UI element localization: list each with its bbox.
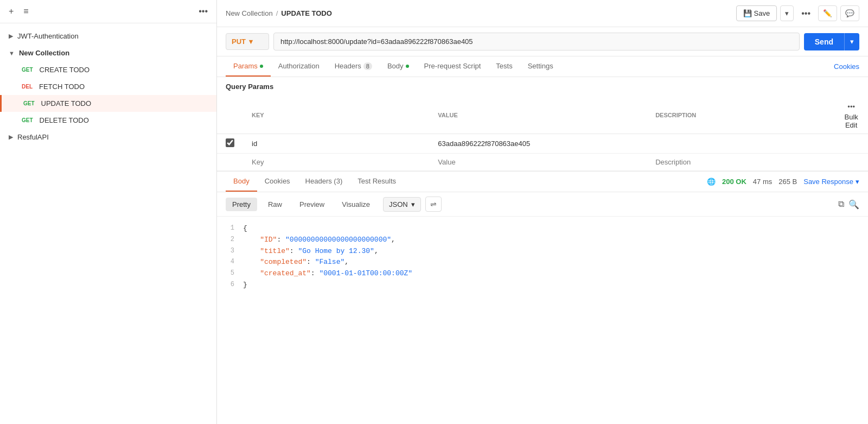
code-content: "title": "Go Home by 12.30",	[243, 246, 868, 257]
tab-params[interactable]: Params	[226, 56, 271, 77]
sidebar: + ≡ ••• ▶ JWT-Authentication ▼ New Colle…	[0, 0, 217, 424]
row-desc-cell[interactable]	[647, 134, 834, 154]
copy-button[interactable]: ⧉	[838, 199, 844, 210]
code-content: "ID": "00000000000000000000000",	[243, 235, 868, 246]
code-line-1: 1 {	[217, 223, 868, 235]
method-chevron-icon: ▾	[249, 37, 253, 46]
save-button[interactable]: 💾 Save	[736, 5, 777, 21]
filter-button[interactable]: ≡	[21, 4, 30, 18]
request-header: New Collection / UPDATE TODO 💾 Save ▾ ••…	[217, 0, 868, 27]
tab-authorization[interactable]: Authorization	[271, 56, 327, 77]
empty-desc-input[interactable]	[655, 158, 826, 166]
sidebar-item-new-collection[interactable]: ▼ New Collection	[0, 45, 216, 61]
sidebar-item-delete-todo[interactable]: GET DELETE TODO	[0, 112, 216, 129]
header-actions: 💾 Save ▾ ••• ✏️ 💬	[736, 5, 859, 21]
sidebar-item-label: ResfulAPI	[17, 133, 49, 141]
format-tab-raw[interactable]: Raw	[261, 198, 289, 211]
method-badge-get: GET	[20, 66, 35, 73]
tab-label: Settings	[528, 62, 553, 70]
save-icon: 💾	[743, 9, 752, 17]
body-dot	[406, 65, 409, 68]
save-response-button[interactable]: Save Response ▾	[803, 178, 859, 186]
format-bar: Pretty Raw Preview Visualize JSON ▾ ⇌ ⧉ …	[217, 192, 868, 217]
format-tab-label: Pretty	[232, 200, 251, 208]
method-select[interactable]: PUT ▾	[226, 33, 269, 50]
tab-pre-request[interactable]: Pre-request Script	[417, 56, 489, 77]
add-button[interactable]: +	[7, 4, 16, 18]
code-line-4: 4 "completed": "False",	[217, 257, 868, 268]
params-more-button[interactable]: •••	[843, 100, 859, 113]
row-action-cell	[834, 134, 868, 154]
response-tab-body[interactable]: Body	[226, 172, 257, 192]
chevron-right-icon: ▶	[9, 134, 13, 141]
save-chevron-button[interactable]: ▾	[780, 5, 794, 21]
row-value-cell[interactable]	[429, 134, 647, 154]
save-response-chevron-icon: ▾	[856, 178, 859, 186]
col-value-header: VALUE	[429, 96, 647, 134]
main-panel: New Collection / UPDATE TODO 💾 Save ▾ ••…	[217, 0, 868, 424]
code-line-6: 6 }	[217, 280, 868, 291]
desc-input[interactable]	[655, 140, 826, 148]
line-number: 1	[217, 223, 243, 235]
tab-settings[interactable]: Settings	[520, 56, 561, 77]
col-key-header: KEY	[243, 96, 429, 134]
sidebar-item-create-todo[interactable]: GET CREATE TODO	[0, 61, 216, 78]
sidebar-more-button[interactable]: •••	[196, 4, 210, 18]
empty-key-cell[interactable]	[243, 154, 429, 171]
tab-label: Pre-request Script	[424, 62, 481, 70]
send-group: Send ▾	[804, 33, 859, 50]
response-tab-cookies[interactable]: Cookies	[257, 172, 298, 192]
json-type-select[interactable]: JSON ▾	[383, 197, 421, 212]
empty-value-cell[interactable]	[429, 154, 647, 171]
tab-body[interactable]: Body	[380, 56, 417, 77]
code-content: }	[243, 280, 868, 291]
line-number: 3	[217, 246, 243, 257]
method-badge-del: DEL	[20, 83, 35, 90]
save-label: Save	[754, 9, 770, 17]
tab-tests[interactable]: Tests	[488, 56, 520, 77]
col-desc-header: DESCRIPTION	[647, 96, 834, 134]
empty-value-input[interactable]	[438, 158, 638, 166]
row-key-cell[interactable]	[243, 134, 429, 154]
response-tab-headers[interactable]: Headers (3)	[298, 172, 350, 192]
empty-checkbox-cell	[217, 154, 243, 171]
send-chevron-button[interactable]: ▾	[844, 33, 859, 50]
chevron-right-icon: ▶	[9, 33, 13, 40]
send-button[interactable]: Send	[804, 33, 844, 50]
response-time: 47 ms	[753, 178, 772, 186]
response-tab-test-results[interactable]: Test Results	[350, 172, 404, 192]
method-badge-get: GET	[21, 100, 37, 107]
line-number: 6	[217, 280, 243, 291]
format-tab-visualize[interactable]: Visualize	[335, 198, 376, 211]
edit-button[interactable]: ✏️	[818, 5, 837, 21]
params-table: KEY VALUE DESCRIPTION ••• Bulk Edit	[217, 96, 868, 171]
json-chevron-icon: ▾	[411, 200, 415, 208]
row-checkbox[interactable]	[226, 138, 234, 147]
bulk-edit-button[interactable]: Bulk Edit	[843, 113, 859, 129]
tab-label: Headers	[335, 62, 361, 70]
format-tab-pretty[interactable]: Pretty	[226, 198, 257, 211]
sidebar-item-jwt-auth[interactable]: ▶ JWT-Authentication	[0, 28, 216, 45]
tab-headers[interactable]: Headers 8	[327, 56, 380, 77]
comment-button[interactable]: 💬	[840, 5, 859, 21]
format-tab-label: Raw	[268, 200, 282, 208]
more-options-button[interactable]: •••	[797, 7, 815, 21]
query-params-section: Query Params KEY VALUE DESCRIPTION ••• B…	[217, 77, 868, 171]
cookies-link[interactable]: Cookies	[834, 62, 859, 71]
key-input[interactable]	[252, 140, 420, 148]
sidebar-item-restful-api[interactable]: ▶ ResfulAPI	[0, 129, 216, 145]
sidebar-item-fetch-todo[interactable]: DEL FETCH TODO	[0, 78, 216, 95]
sidebar-item-update-todo[interactable]: GET UPDATE TODO	[0, 95, 216, 112]
line-number: 4	[217, 257, 243, 268]
sidebar-item-label: New Collection	[19, 49, 69, 57]
search-button[interactable]: 🔍	[848, 199, 859, 210]
value-input[interactable]	[438, 140, 638, 148]
empty-key-input[interactable]	[252, 158, 420, 166]
headers-badge: 8	[363, 62, 372, 70]
wrap-button[interactable]: ⇌	[425, 197, 442, 212]
globe-icon: 🌐	[707, 178, 716, 186]
row-checkbox-cell[interactable]	[217, 134, 243, 154]
format-tab-preview[interactable]: Preview	[293, 198, 331, 211]
url-input[interactable]	[273, 33, 800, 50]
empty-desc-cell[interactable]	[647, 154, 834, 171]
